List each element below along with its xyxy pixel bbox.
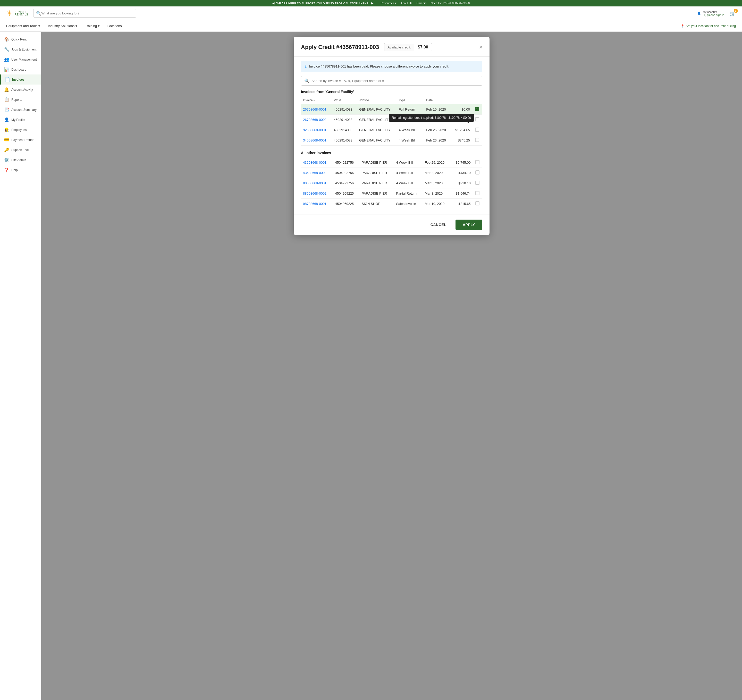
sidebar-label-admin: Site Admin bbox=[11, 158, 26, 162]
table-row: 88608668-0002 4504969225 PARADISE PIER P… bbox=[301, 189, 482, 199]
users-icon: 👥 bbox=[4, 57, 9, 62]
invoice-link[interactable]: 98708668-0001 bbox=[303, 202, 327, 206]
jobsite-cell: PARADISE PIER bbox=[360, 168, 394, 178]
cancel-button[interactable]: CANCEL bbox=[424, 220, 452, 230]
banner-text: WE ARE HERE TO SUPPORT YOU DURING TROPIC… bbox=[277, 2, 370, 5]
table-row: 43608668-0002 4504922756 PARADISE PIER 4… bbox=[301, 168, 482, 178]
search-icon: 🔍 bbox=[36, 11, 41, 16]
po-cell: 4504969225 bbox=[333, 189, 360, 199]
row-checkbox[interactable] bbox=[476, 170, 480, 174]
row-checkbox[interactable] bbox=[475, 107, 479, 111]
account-area[interactable]: 👤 My account Hi, please sign in bbox=[697, 10, 724, 16]
banner-resources[interactable]: Resources ▾ bbox=[381, 1, 396, 5]
sidebar-label-quick-rent: Quick Rent bbox=[11, 38, 26, 41]
type-cell: 4 Week Bill bbox=[397, 125, 424, 135]
invoice-search-bar[interactable]: 🔍 bbox=[301, 76, 482, 85]
credit-badge: Available credit: $7.00 bbox=[384, 43, 432, 51]
sidebar-item-jobs[interactable]: 🔧 Jobs & Equipment bbox=[0, 44, 41, 55]
invoice-link[interactable]: 34508668-0001 bbox=[303, 139, 327, 142]
nav-locations[interactable]: Locations bbox=[107, 21, 122, 31]
row-checkbox[interactable] bbox=[475, 138, 479, 142]
nav-equipment[interactable]: Equipment and Tools ▾ bbox=[6, 21, 40, 31]
home-icon: 🏠 bbox=[4, 37, 9, 42]
tooltip-text: Remaining after credit applied: $100.78 … bbox=[392, 116, 471, 119]
row-checkbox[interactable] bbox=[476, 160, 480, 164]
cart-icon[interactable]: 🛒 2 bbox=[729, 10, 736, 16]
sidebar-item-reports[interactable]: 📋 Reports bbox=[0, 94, 41, 105]
other-invoices-table: 43608668-0001 4504922756 PARADISE PIER 4… bbox=[301, 158, 482, 209]
sidebar-item-summary[interactable]: 📑 Account Summary bbox=[0, 105, 41, 115]
col-date: Date bbox=[424, 96, 450, 105]
modal-overlay: Apply Credit #435678911-003 Available cr… bbox=[41, 32, 742, 700]
sidebar-item-users[interactable]: 👥 User Management bbox=[0, 55, 41, 65]
date-cell: Feb 25, 2020 bbox=[424, 125, 450, 135]
invoice-link[interactable]: 43608668-0002 bbox=[303, 171, 327, 175]
profile-icon: 👤 bbox=[4, 117, 9, 122]
location-info[interactable]: 📍 Set your location for accurate pricing bbox=[681, 24, 736, 28]
sidebar: 🏠 Quick Rent 🔧 Jobs & Equipment 👥 User M… bbox=[0, 32, 41, 700]
table-row: 34508668-0001 4502914083 GENERAL FACILIT… bbox=[301, 135, 482, 146]
invoice-link[interactable]: 26708668-0001 bbox=[303, 108, 327, 111]
row-checkbox[interactable] bbox=[475, 117, 479, 121]
invoice-link[interactable]: 88608668-0001 bbox=[303, 181, 327, 185]
invoice-link[interactable]: 88608668-0002 bbox=[303, 192, 327, 195]
sidebar-label-support: Support Tool bbox=[11, 148, 29, 152]
apply-credit-modal: Apply Credit #435678911-003 Available cr… bbox=[294, 37, 490, 235]
apply-button[interactable]: APPLY bbox=[455, 220, 482, 230]
sidebar-label-jobs: Jobs & Equipment bbox=[11, 48, 36, 51]
sidebar-label-invoices: Invoices bbox=[12, 78, 25, 81]
sidebar-item-support[interactable]: 🔑 Support Tool bbox=[0, 145, 41, 155]
sidebar-label-summary: Account Summary bbox=[11, 108, 37, 112]
nav-industry[interactable]: Industry Solutions ▾ bbox=[48, 21, 77, 31]
location-icon: 📍 bbox=[681, 24, 685, 28]
table-row: 98708668-0001 4504969225 SIGN SHOP Sales… bbox=[301, 199, 482, 209]
help-icon: ❓ bbox=[4, 168, 9, 172]
row-checkbox[interactable] bbox=[476, 181, 480, 185]
banner-help[interactable]: Need Help? Call 800-667-9328 bbox=[430, 1, 470, 5]
banner-careers[interactable]: Careers bbox=[416, 1, 426, 5]
close-button[interactable]: × bbox=[479, 44, 482, 50]
invoice-link[interactable]: 43608668-0001 bbox=[303, 161, 327, 164]
po-cell: 4502914083 bbox=[332, 105, 357, 115]
sidebar-item-activity[interactable]: 🔔 Account Activity bbox=[0, 84, 41, 94]
table-row: 88608668-0001 4504922756 PARADISE PIER 4… bbox=[301, 178, 482, 189]
banner-right-arrow[interactable]: ▶ bbox=[371, 1, 373, 5]
invoice-search-input[interactable] bbox=[312, 79, 479, 83]
sidebar-item-profile[interactable]: 👤 My Profile bbox=[0, 115, 41, 125]
sidebar-item-refund[interactable]: 💳 Payment Refund bbox=[0, 135, 41, 145]
credit-label: Available credit: bbox=[384, 44, 414, 51]
amount-cell: $210.10 bbox=[450, 178, 473, 189]
col-invoice: Invoice # bbox=[301, 96, 332, 105]
banner-about[interactable]: About Us bbox=[400, 1, 412, 5]
header-search[interactable]: 🔍 bbox=[33, 9, 136, 18]
banner-left-arrow[interactable]: ◀ bbox=[272, 1, 274, 5]
type-cell: Sales Invoice bbox=[394, 199, 423, 209]
support-icon: 🔑 bbox=[4, 147, 9, 152]
sidebar-item-quick-rent[interactable]: 🏠 Quick Rent bbox=[0, 34, 41, 44]
row-checkbox[interactable] bbox=[475, 128, 479, 132]
col-po: PO # bbox=[332, 96, 357, 105]
sidebar-item-employees[interactable]: 👷 Employees bbox=[0, 125, 41, 135]
search-input[interactable] bbox=[41, 11, 134, 15]
nav-training[interactable]: Training ▾ bbox=[85, 21, 100, 31]
type-cell: 4 Week Bill bbox=[394, 168, 423, 178]
po-cell: 4504969225 bbox=[333, 199, 360, 209]
row-checkbox[interactable] bbox=[476, 191, 480, 195]
invoice-link[interactable]: 92608668-0001 bbox=[303, 128, 327, 132]
po-cell: 4502914083 bbox=[332, 125, 357, 135]
type-cell: 4 Week Bill bbox=[397, 135, 424, 146]
col-amount bbox=[451, 96, 472, 105]
sidebar-item-dashboard[interactable]: 📊 Dashboard bbox=[0, 65, 41, 75]
tooltip: Remaining after credit applied: $100.78 … bbox=[389, 114, 474, 122]
sidebar-item-invoices[interactable]: 📄 Invoices bbox=[0, 75, 41, 84]
sidebar-item-help[interactable]: ❓ Help bbox=[0, 165, 41, 175]
po-cell: 4504922756 bbox=[333, 168, 360, 178]
row-checkbox[interactable] bbox=[476, 201, 480, 205]
po-cell: 4504922756 bbox=[333, 178, 360, 189]
reports-icon: 📋 bbox=[4, 97, 9, 102]
sidebar-label-users: User Management bbox=[11, 58, 37, 61]
invoice-link[interactable]: 26708668-0002 bbox=[303, 118, 327, 122]
type-cell: 4 Week Bill bbox=[394, 158, 423, 168]
sidebar-item-admin[interactable]: ⚙️ Site Admin bbox=[0, 155, 41, 165]
info-text: Invoice #435678911-001 has been paid. Pl… bbox=[309, 65, 449, 68]
